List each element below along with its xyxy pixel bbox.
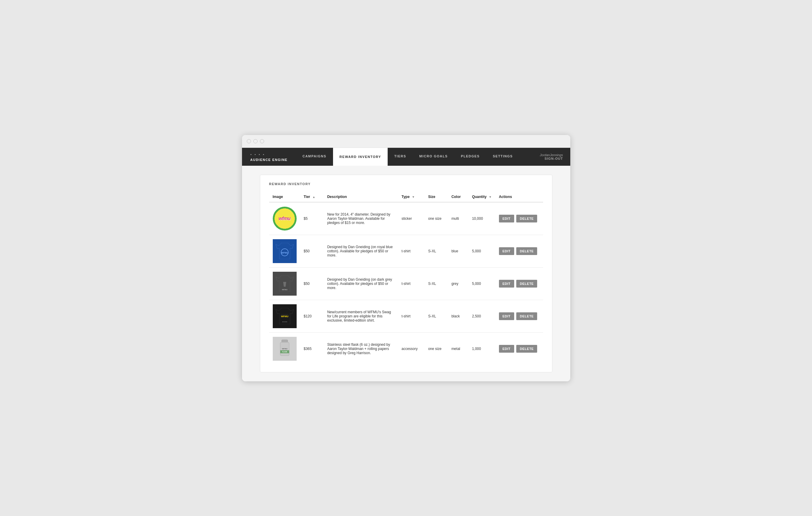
cell-tier: $120: [300, 300, 324, 332]
cell-image: WFMU ● ● ● ●: [269, 300, 300, 332]
cell-image: WFMU: [269, 267, 300, 300]
reward-table: Image Tier ▲ Description Type ▼: [269, 192, 543, 365]
cell-type: t-shirt: [398, 235, 424, 267]
svg-text:WFMU: WFMU: [282, 252, 288, 254]
table-row: WFMU $50Designed by Dan Gneiding (on roy…: [269, 235, 543, 267]
cell-size: S-XL: [425, 235, 448, 267]
svg-marker-0: [276, 243, 294, 259]
nav-item-reward-inventory[interactable]: REWARD INVENTORY: [333, 148, 388, 166]
cell-image: wfmu: [269, 202, 300, 235]
cell-tier: $365: [300, 332, 324, 365]
col-header-tier[interactable]: Tier ▲: [300, 192, 324, 202]
table-row: WFMU ● ● ● ● $120New/current members of …: [269, 300, 543, 332]
browser-dot-2: [253, 139, 258, 143]
svg-rect-10: [282, 340, 288, 342]
cell-size: one size: [425, 332, 448, 365]
page-title: REWARD INVENTORY: [269, 182, 543, 186]
logo-dots: · · · ·: [250, 152, 287, 158]
nav-item-campaigns[interactable]: CAMPAIGNS: [296, 148, 333, 166]
nav-logo: · · · · AUDIENCE ENGINE: [242, 148, 296, 166]
item-image: WFMU FLASK: [273, 337, 297, 361]
table-header-row: Image Tier ▲ Description Type ▼: [269, 192, 543, 202]
cell-tier: $50: [300, 267, 324, 300]
col-header-color: Color: [448, 192, 468, 202]
cell-color: grey: [448, 267, 468, 300]
cell-color: metal: [448, 332, 468, 365]
col-header-actions: Actions: [495, 192, 543, 202]
delete-button[interactable]: DELETE: [516, 345, 537, 353]
nav-item-micro-goals[interactable]: MICRO GOALS: [413, 148, 454, 166]
cell-actions: EDIT DELETE: [495, 235, 543, 267]
nav-item-settings[interactable]: SETTINGS: [486, 148, 519, 166]
table-row: wfmu$5New for 2014, 4" diameter. Designe…: [269, 202, 543, 235]
cell-size: S-XL: [425, 267, 448, 300]
col-header-description: Description: [323, 192, 398, 202]
item-image: WFMU ● ● ● ●: [273, 304, 297, 328]
cell-type: sticker: [398, 202, 424, 235]
svg-text:WFMU: WFMU: [282, 348, 287, 350]
browser-dot-1: [247, 139, 251, 143]
cell-description: Designed by Dan Gneiding (on royal blue …: [323, 235, 398, 267]
page-card: REWARD INVENTORY Image Tier ▲ Descriptio…: [260, 175, 552, 372]
col-header-quantity[interactable]: Quantity ▼: [468, 192, 495, 202]
cell-image: WFMU: [269, 235, 300, 267]
table-row: WFMU $50Designed by Dan Gneiding (on dar…: [269, 267, 543, 300]
cell-quantity: 10,000: [468, 202, 495, 235]
cell-quantity: 2,500: [468, 300, 495, 332]
edit-button[interactable]: EDIT: [499, 247, 514, 255]
username: JordanJennings: [540, 153, 563, 157]
delete-button[interactable]: DELETE: [516, 215, 537, 222]
browser-window: · · · · AUDIENCE ENGINE CAMPAIGNS REWARD…: [242, 135, 570, 381]
delete-button[interactable]: DELETE: [516, 247, 537, 255]
cell-actions: EDIT DELETE: [495, 202, 543, 235]
type-sort-icon: ▼: [412, 195, 415, 198]
nav-items: CAMPAIGNS REWARD INVENTORY TIERS MICRO G…: [296, 148, 533, 166]
cell-actions: EDIT DELETE: [495, 332, 543, 365]
cell-image: WFMU FLASK: [269, 332, 300, 365]
quantity-sort-icon: ▼: [489, 195, 492, 198]
delete-button[interactable]: DELETE: [516, 280, 537, 288]
logo-text: AUDIENCE ENGINE: [250, 158, 288, 162]
cell-size: S-XL: [425, 300, 448, 332]
svg-text:WFMU: WFMU: [281, 315, 288, 318]
cell-description: Stainless steel flask (6 oz.) designed b…: [323, 332, 398, 365]
edit-button[interactable]: EDIT: [499, 215, 514, 222]
cell-color: multi: [448, 202, 468, 235]
svg-text:●  ●  ●  ●: ● ● ● ●: [282, 321, 287, 323]
cell-actions: EDIT DELETE: [495, 300, 543, 332]
svg-text:FLASK: FLASK: [282, 351, 287, 353]
table-row: WFMU FLASK $365Stainless steel flask (6 …: [269, 332, 543, 365]
item-image: WFMU: [273, 272, 297, 296]
cell-size: one size: [425, 202, 448, 235]
col-header-image: Image: [269, 192, 300, 202]
col-header-size: Size: [425, 192, 448, 202]
cell-quantity: 1,000: [468, 332, 495, 365]
cell-tier: $5: [300, 202, 324, 235]
cell-description: Designed by Dan Gneiding (on dark grey c…: [323, 267, 398, 300]
col-header-type[interactable]: Type ▼: [398, 192, 424, 202]
edit-button[interactable]: EDIT: [499, 345, 514, 353]
cell-description: New for 2014, 4" diameter. Designed by A…: [323, 202, 398, 235]
browser-dot-3: [260, 139, 264, 143]
delete-button[interactable]: DELETE: [516, 313, 537, 320]
svg-text:WFMU: WFMU: [282, 289, 287, 291]
cell-quantity: 5,000: [468, 267, 495, 300]
edit-button[interactable]: EDIT: [499, 280, 514, 288]
nav-item-pledges[interactable]: PLEDGES: [454, 148, 486, 166]
nav-bar: · · · · AUDIENCE ENGINE CAMPAIGNS REWARD…: [242, 148, 570, 166]
cell-color: blue: [448, 235, 468, 267]
nav-user: JordanJennings SIGN-OUT: [533, 148, 570, 166]
cell-type: accessory: [398, 332, 424, 365]
nav-item-tiers[interactable]: TIERS: [388, 148, 413, 166]
cell-description: New/current members of WFMU's Swag for L…: [323, 300, 398, 332]
browser-chrome: [242, 135, 570, 148]
signout-button[interactable]: SIGN-OUT: [545, 157, 563, 160]
edit-button[interactable]: EDIT: [499, 313, 514, 320]
cell-color: black: [448, 300, 468, 332]
tier-sort-icon: ▲: [313, 195, 315, 198]
cell-type: t-shirt: [398, 300, 424, 332]
cell-tier: $50: [300, 235, 324, 267]
item-image: wfmu: [273, 207, 297, 230]
item-image: WFMU: [273, 239, 297, 263]
main-content: REWARD INVENTORY Image Tier ▲ Descriptio…: [242, 166, 570, 381]
